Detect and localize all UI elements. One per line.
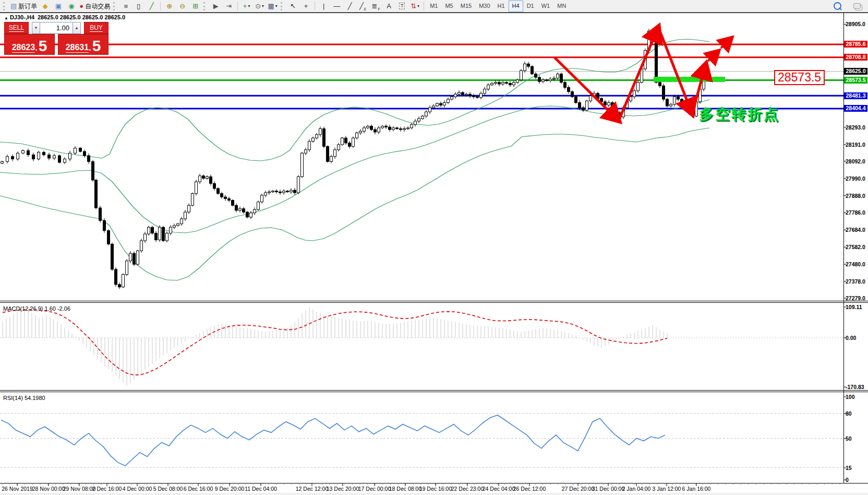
bar-chart-mode-icon[interactable]: ≡ bbox=[119, 1, 132, 12]
time-axis-tick: 5 Dec 08:00 bbox=[153, 486, 183, 492]
volume-input[interactable]: 1.00 bbox=[40, 22, 73, 34]
text-icon[interactable]: A bbox=[382, 1, 395, 12]
indicator-axis-tick: 109.11 bbox=[846, 304, 862, 310]
horizontal-line-icon[interactable]: — bbox=[330, 1, 343, 12]
time-axis-tick: 4 Dec 00:00 bbox=[123, 486, 152, 492]
chart-shift-icon[interactable]: ⇥ bbox=[222, 1, 235, 12]
indicator-axis-tick: 50 bbox=[846, 435, 852, 442]
price-axis-tick: 28092.0 bbox=[846, 158, 865, 164]
tab-timeframe-m5[interactable]: M5 bbox=[441, 1, 456, 12]
tab-timeframe-m15[interactable]: M15 bbox=[457, 1, 475, 12]
toolbar-grip[interactable] bbox=[113, 2, 117, 10]
comments-icon[interactable] bbox=[850, 1, 863, 12]
symbol-header: ▲DJ30-,H428625.0 28625.0 28625.0 28625.0 bbox=[4, 14, 125, 20]
indicators-icon[interactable]: +▾ bbox=[240, 1, 253, 12]
price-line-label: 28785.6 bbox=[844, 41, 867, 48]
time-axis-tick: 19 Dec 16:00 bbox=[419, 486, 452, 492]
time-axis-tick: 11 Dec 04:00 bbox=[245, 486, 277, 492]
autotrading-button[interactable]: ●自动交易 bbox=[78, 1, 112, 12]
tab-timeframe-m1[interactable]: M1 bbox=[426, 1, 441, 12]
signal-icon[interactable]: ◉ bbox=[65, 1, 78, 12]
volume-decrement-button[interactable]: ▼ bbox=[32, 22, 40, 34]
templates-icon: ▦ bbox=[268, 1, 274, 11]
vertical-line-icon[interactable]: | bbox=[317, 1, 330, 12]
line-chart-mode-icon[interactable]: ╱ bbox=[145, 1, 158, 12]
time-axis-tick: 6 Dec 16:00 bbox=[184, 486, 213, 492]
fibonacci-icon: ≣ bbox=[372, 1, 378, 11]
collapse-quote-icon[interactable]: ▲ bbox=[4, 16, 8, 20]
templates-icon[interactable]: ▦▾ bbox=[266, 1, 279, 12]
gold-bars-icon: ◆ bbox=[43, 1, 48, 11]
new-order-button[interactable]: ▤新订单 bbox=[9, 1, 39, 12]
signal-icon: ◉ bbox=[68, 1, 74, 11]
candlestick-mode-icon[interactable]: ▯ bbox=[132, 1, 145, 12]
price-axis-tick: 27480.0 bbox=[846, 261, 865, 267]
price-line-label: 28404.4 bbox=[844, 105, 867, 112]
price-axis-tick: 27684.0 bbox=[846, 227, 865, 233]
time-axis-tick: 24 Dec 04:00 bbox=[483, 486, 515, 492]
toolbar: ▤新订单◆▣◉●自动交易≡▯╱⊕⊖⊞▶⇥+▾⊙▾▦▾↖+|—╱╱E≣FAT⇅▾M… bbox=[0, 0, 868, 13]
tab-timeframe-h1[interactable]: H1 bbox=[494, 1, 509, 12]
bar-chart-mode-icon: ≡ bbox=[120, 4, 131, 8]
price-axis-tick: 28191.0 bbox=[846, 142, 865, 148]
chart-shift-icon: ⇥ bbox=[226, 1, 232, 11]
toolbar-separator bbox=[315, 2, 315, 10]
periods-icon[interactable]: ⊙▾ bbox=[253, 1, 266, 12]
autotrading-button-label: 自动交易 bbox=[85, 1, 110, 11]
chart-canvas[interactable] bbox=[0, 0, 868, 495]
text-label-icon: T bbox=[399, 3, 405, 9]
turning-point-annotation[interactable]: 多空转折点 bbox=[699, 104, 780, 124]
toolbar-grip[interactable] bbox=[203, 2, 208, 10]
indicator-axis-tick: -170.83 bbox=[846, 384, 864, 390]
price-axis-tick: 27786.0 bbox=[846, 209, 865, 216]
text-label-icon[interactable]: T bbox=[395, 1, 408, 12]
indicator-axis-tick: 15 bbox=[846, 465, 852, 471]
autotrading-button: ● bbox=[79, 1, 83, 11]
indicator-axis-tick: 0 bbox=[846, 477, 849, 483]
arrows-icon[interactable]: ⇅▾ bbox=[408, 1, 421, 12]
gold-bars-icon[interactable]: ◆ bbox=[39, 1, 52, 12]
zoom-in-icon[interactable]: ⊕ bbox=[163, 1, 176, 12]
fibonacci-icon[interactable]: ≣F bbox=[369, 1, 382, 12]
price-tag-label[interactable]: 28573.5 bbox=[774, 70, 825, 85]
equidistant-channel-icon[interactable]: ╱E bbox=[356, 1, 369, 12]
price-line-label: 28625.0 bbox=[844, 68, 867, 75]
crosshair-icon[interactable]: + bbox=[299, 1, 312, 12]
trendline-icon[interactable]: ╱ bbox=[343, 1, 356, 12]
tab-timeframe-d1[interactable]: D1 bbox=[523, 1, 538, 12]
search-icon[interactable] bbox=[831, 1, 844, 12]
price-axis-tick: 27888.0 bbox=[846, 193, 865, 199]
toolbar-grip[interactable] bbox=[281, 2, 285, 10]
tab-timeframe-w1[interactable]: W1 bbox=[538, 1, 554, 12]
sell-price: 28623 bbox=[12, 43, 35, 53]
sell-button[interactable]: SELL bbox=[4, 22, 29, 34]
toolbar-grip[interactable] bbox=[3, 2, 7, 10]
indicators-icon-caret[interactable]: ▾ bbox=[248, 1, 250, 11]
time-axis-tick: 26 Nov 2019 bbox=[2, 486, 33, 492]
time-axis-tick: 26 Dec 12:00 bbox=[513, 486, 546, 492]
buy-button[interactable]: BUY bbox=[84, 22, 108, 34]
time-axis-tick: 13 Dec 20:00 bbox=[327, 486, 359, 492]
zoom-in-icon: ⊕ bbox=[166, 1, 172, 11]
search-icon bbox=[834, 2, 841, 10]
tile-windows-icon[interactable]: ⊞ bbox=[189, 1, 202, 12]
price-axis-tick: 28293.0 bbox=[846, 124, 865, 131]
tab-timeframe-m30[interactable]: M30 bbox=[475, 1, 493, 12]
tile-windows-icon: ⊞ bbox=[192, 1, 198, 11]
periods-icon-caret[interactable]: ▾ bbox=[262, 1, 264, 11]
auto-scroll-icon[interactable]: ▶ bbox=[209, 1, 222, 12]
price-line-label: 28573.5 bbox=[844, 77, 867, 84]
terminal-icon[interactable]: ▣ bbox=[52, 1, 65, 12]
arrows-icon-caret[interactable]: ▾ bbox=[417, 1, 419, 11]
price-axis-tick: 28905.0 bbox=[846, 21, 865, 27]
vertical-line-icon: | bbox=[323, 1, 324, 11]
sell-price-panel[interactable]: 28623.5 bbox=[4, 34, 55, 55]
tab-timeframe-h4[interactable]: H4 bbox=[509, 1, 523, 12]
buy-price-panel[interactable]: 28631.5 bbox=[58, 34, 108, 55]
indicator-axis-tick: 0.00 bbox=[846, 335, 856, 341]
volume-increment-button[interactable]: ▲ bbox=[73, 22, 81, 34]
templates-icon-caret[interactable]: ▾ bbox=[275, 1, 278, 11]
zoom-out-icon[interactable]: ⊖ bbox=[176, 1, 189, 12]
tab-timeframe-mn[interactable]: MN bbox=[553, 1, 570, 12]
cursor-icon[interactable]: ↖ bbox=[286, 1, 299, 12]
